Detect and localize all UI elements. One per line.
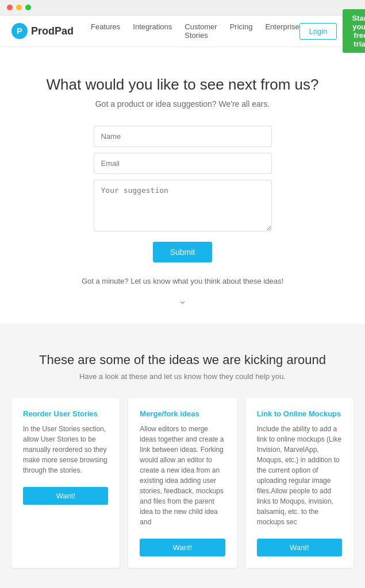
hero-section: What would you like to see next from us?… (0, 47, 365, 324)
idea-card-text-2: Include the ability to add a link to onl… (257, 424, 342, 527)
idea-card-title-0: Reorder User Stories (23, 409, 108, 418)
want-button-2[interactable]: Want! (257, 539, 342, 556)
form-footer-text: Got a minute? Let us know what you think… (11, 277, 354, 285)
window-dot-green (25, 5, 31, 10)
ideas-grid: Reorder User Stories In the User Stories… (11, 398, 354, 568)
name-input[interactable] (94, 126, 272, 147)
window-dot-yellow (16, 5, 22, 10)
idea-card-text-1: Allow editors to merge ideas together an… (140, 424, 225, 527)
want-button-1[interactable]: Want! (140, 539, 225, 556)
logo-text: ProdPad (31, 25, 74, 37)
login-button[interactable]: Login (299, 23, 337, 40)
suggestion-textarea[interactable] (94, 180, 272, 231)
trial-button[interactable]: Start your free trial (343, 9, 365, 53)
ideas-title: These are some of the ideas we are kicki… (11, 353, 354, 368)
hero-subtitle: Got a product or idea suggestion? We're … (11, 99, 354, 109)
idea-card-text-0: In the User Stories section, allow User … (23, 424, 108, 475)
idea-card-2: Link to Online Mockups Include the abili… (245, 398, 354, 568)
ideas-subtitle: Have a look at these and let us know how… (11, 372, 354, 381)
scroll-arrow[interactable]: ⌄ (11, 294, 354, 307)
ideas-section: These are some of the ideas we are kicki… (0, 324, 365, 588)
nav-enterprise[interactable]: Enterprise (265, 22, 299, 40)
want-button-0[interactable]: Want! (23, 487, 108, 505)
submit-button[interactable]: Submit (153, 242, 213, 262)
idea-card-1: Merge/fork ideas Allow editors to merge … (128, 398, 236, 568)
email-input[interactable] (94, 153, 272, 174)
nav-links: Features Integrations Customer Stories P… (91, 22, 299, 40)
nav-pricing[interactable]: Pricing (230, 22, 253, 40)
nav-actions: Login Start your free trial (299, 9, 365, 53)
nav-logo[interactable]: P ProdPad (11, 23, 74, 39)
logo-icon: P (11, 23, 28, 39)
navbar: P ProdPad Features Integrations Customer… (0, 16, 365, 47)
idea-card-title-1: Merge/fork ideas (140, 409, 225, 418)
nav-customer-stories[interactable]: Customer Stories (185, 22, 217, 40)
idea-card-title-2: Link to Online Mockups (257, 409, 342, 418)
window-dot-red (7, 5, 13, 10)
nav-features[interactable]: Features (91, 22, 120, 40)
nav-integrations[interactable]: Integrations (133, 22, 172, 40)
hero-title: What would you like to see next from us? (11, 76, 354, 94)
idea-card-0: Reorder User Stories In the User Stories… (11, 398, 120, 568)
suggestion-form: Submit (94, 126, 272, 262)
